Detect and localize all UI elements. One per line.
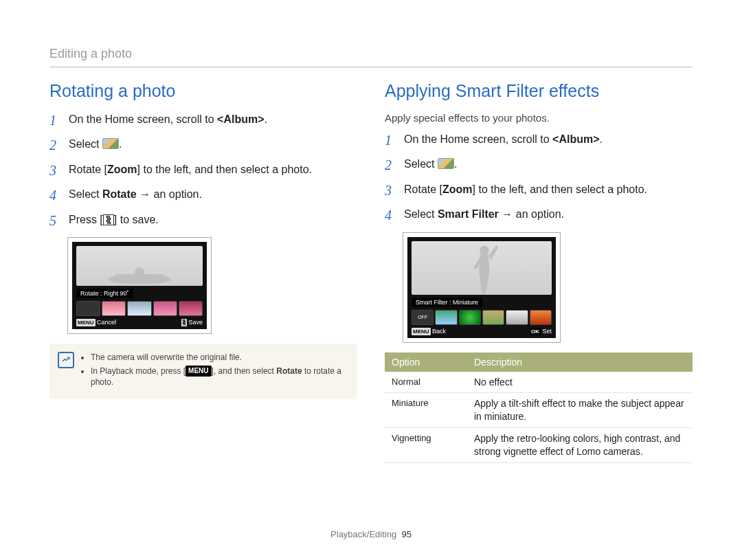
preview-area <box>412 241 552 295</box>
table-row: Vignetting Apply the retro-looking color… <box>385 428 693 463</box>
thumb-off-icon: OFF <box>412 310 434 325</box>
note-item-1: The camera will overwrite the original f… <box>91 352 348 363</box>
zoom-label: Zoom <box>442 183 473 195</box>
divider <box>49 67 693 67</box>
option-desc: No effect <box>467 372 693 393</box>
col-option: Option <box>385 352 467 372</box>
thumbnail-strip <box>76 301 203 316</box>
silhouette-standing-icon <box>412 241 552 295</box>
step-1: On the Home screen, scroll to <Album>. <box>385 132 693 147</box>
back-button: MENU Back <box>412 328 446 335</box>
thumbnail-strip: OFF <box>412 310 552 325</box>
option-desc: Apply the retro-looking colors, high con… <box>467 428 693 463</box>
thumb-4 <box>179 301 203 316</box>
step-5: Press [🮕] to save. <box>49 212 357 227</box>
step-4: Select Rotate → an option. <box>49 187 357 202</box>
cancel-button: MENU Cancel <box>76 319 116 326</box>
footer-section: Playback/Editing <box>330 529 396 539</box>
left-column: Rotating a photo On the Home screen, scr… <box>49 81 357 463</box>
smart-filter-option-label: Smart Filter : Miniature <box>412 298 482 307</box>
thumb-off-icon <box>76 301 100 316</box>
step-3: Rotate [Zoom] to the left, and then sele… <box>49 162 357 177</box>
edit-photo-icon <box>438 158 454 169</box>
ok-key-icon: OK <box>530 328 541 335</box>
section-subtitle: Apply special effects to your photos. <box>385 112 693 124</box>
save-key-icon: 🮕 <box>181 319 187 326</box>
zoom-label: Zoom <box>107 164 137 175</box>
manual-page: Editing a photo Rotating a photo On the … <box>0 0 742 560</box>
save-key-icon: 🮕 <box>103 214 114 225</box>
col-description: Description <box>467 352 693 372</box>
smart-filter-options-table: Option Description Normal No effect Mini… <box>385 352 693 463</box>
step-2: Select . <box>385 157 693 172</box>
thumb-5 <box>530 310 552 325</box>
table-row: Normal No effect <box>385 372 693 393</box>
silhouette-lying-icon <box>76 246 203 286</box>
camera-screenshot-rotate: Rotate : Right 90˚ MENU Cancel 🮕 Save <box>67 237 212 334</box>
thumb-2 <box>127 301 151 316</box>
smart-filter-label: Smart Filter <box>438 208 499 220</box>
step-2: Select . <box>49 137 357 152</box>
thumb-1 <box>435 310 457 325</box>
rotate-label: Rotate <box>276 366 302 376</box>
thumb-4 <box>506 310 528 325</box>
option-name: Vignetting <box>385 428 467 463</box>
two-column-layout: Rotating a photo On the Home screen, scr… <box>49 81 693 463</box>
preview-area <box>76 246 203 286</box>
save-button: 🮕 Save <box>181 319 203 326</box>
set-button: OK Set <box>530 328 552 335</box>
menu-key-icon: MENU <box>412 328 431 335</box>
table-row: Miniature Apply a tilt-shift effect to m… <box>385 393 693 428</box>
info-icon <box>58 352 74 368</box>
step-3: Rotate [Zoom] to the left, and then sele… <box>385 182 693 197</box>
svg-rect-2 <box>115 274 164 279</box>
menu-key-icon: MENU <box>76 319 95 326</box>
thumb-3 <box>482 310 504 325</box>
page-footer: Playback/Editing 95 <box>0 529 742 539</box>
right-column: Applying Smart Filter effects Apply spec… <box>385 81 693 463</box>
section-title-smartfilter: Applying Smart Filter effects <box>385 81 693 101</box>
thumb-2 <box>459 310 481 325</box>
album-label: <Album> <box>552 133 599 145</box>
section-title-rotating: Rotating a photo <box>49 81 357 101</box>
edit-photo-icon <box>102 138 119 149</box>
option-name: Miniature <box>385 393 467 428</box>
step-1: On the Home screen, scroll to <Album>. <box>49 112 357 127</box>
thumb-3 <box>153 301 177 316</box>
note-item-2: In Playback mode, press [MENU], and then… <box>91 366 348 388</box>
thumb-1 <box>102 301 126 316</box>
rotate-option-label: Rotate : Right 90˚ <box>76 289 133 298</box>
step-4: Select Smart Filter → an option. <box>385 207 693 222</box>
album-label: <Album> <box>217 113 264 125</box>
note-box: The camera will overwrite the original f… <box>49 344 357 399</box>
steps-list-smartfilter: On the Home screen, scroll to <Album>. S… <box>385 132 693 223</box>
option-name: Normal <box>385 372 467 393</box>
svg-point-3 <box>480 245 489 255</box>
page-number: 95 <box>401 529 411 539</box>
menu-key-icon: MENU <box>186 366 211 377</box>
option-desc: Apply a tilt-shift effect to make the su… <box>467 393 693 428</box>
rotate-label: Rotate <box>102 188 137 200</box>
camera-screenshot-smartfilter: Smart Filter : Miniature OFF MENU Back O… <box>403 232 561 343</box>
steps-list-rotating: On the Home screen, scroll to <Album>. S… <box>49 112 357 227</box>
breadcrumb: Editing a photo <box>49 47 693 61</box>
